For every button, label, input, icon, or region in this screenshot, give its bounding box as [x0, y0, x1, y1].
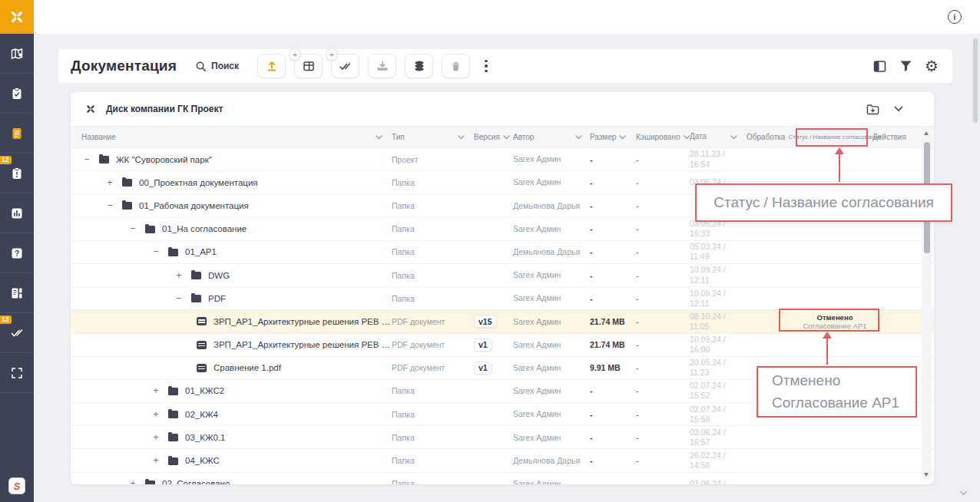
new-folder-icon[interactable]: [866, 103, 880, 116]
expand-toggle[interactable]: +: [127, 478, 138, 484]
filter-icon[interactable]: [899, 60, 912, 72]
table-scrollbar[interactable]: [922, 128, 932, 480]
expand-toggle[interactable]: +: [151, 385, 161, 396]
delete-button[interactable]: [442, 54, 470, 78]
author-cell: Sarex Админ: [513, 386, 590, 396]
column-label: Статус / Название согласования: [789, 134, 882, 140]
drive-row[interactable]: Диск компании ГК Проект: [71, 92, 934, 126]
item-name[interactable]: ЖК "Суворовский парк": [116, 155, 212, 164]
pdf-file-icon: [197, 317, 207, 325]
item-name[interactable]: 01_АР1: [185, 247, 217, 256]
expand-toggle[interactable]: +: [151, 432, 161, 443]
author-cell: Sarex Админ: [513, 224, 590, 234]
item-name[interactable]: PDF: [208, 294, 226, 303]
search-control[interactable]: Поиск: [195, 61, 239, 72]
version-badge[interactable]: v15: [474, 315, 497, 328]
collapse-toggle[interactable]: −: [174, 293, 184, 304]
expand-toggle[interactable]: +: [151, 455, 161, 466]
double-check-icon: [338, 59, 353, 74]
more-actions-button[interactable]: [482, 57, 491, 76]
item-name[interactable]: ЗРП_АР1_Архитектурные решения РЕВ 1.pdf: [214, 317, 392, 326]
folder-icon: [145, 481, 155, 484]
item-name[interactable]: DWG: [208, 271, 230, 280]
table-row[interactable]: ЗРП_АР1_Архитектурные решения РЕВ 1.pdfP…: [71, 310, 934, 333]
app-logo[interactable]: [0, 0, 34, 34]
version-badge[interactable]: v1: [474, 339, 492, 352]
sidebar-item-tasks[interactable]: [0, 74, 34, 114]
side-panel-icon[interactable]: [872, 59, 887, 74]
table-row[interactable]: −01_АР1ПапкаДемьянова Дарья--05.03.24 /1…: [71, 241, 934, 264]
folder-icon: [99, 156, 109, 163]
page-scroll-down-icon[interactable]: [959, 490, 968, 496]
drive-collapse-chevron-icon[interactable]: [894, 106, 903, 112]
sidebar-item-map[interactable]: [0, 34, 34, 74]
table-row[interactable]: −ЖК "Суворовский парк"ПроектSarex Админ-…: [71, 148, 934, 171]
cached-cell: -: [636, 386, 690, 395]
info-icon[interactable]: i: [948, 10, 962, 24]
collapse-toggle[interactable]: −: [151, 246, 161, 257]
table-icon: [302, 59, 316, 73]
sidebar-nav: 12 ?: [0, 34, 34, 502]
item-name[interactable]: Сравнение 1.pdf: [214, 363, 281, 372]
item-name[interactable]: 03_КЖ0.1: [185, 433, 226, 442]
cache-button[interactable]: [405, 54, 433, 78]
column-header-type[interactable]: Тип: [392, 133, 474, 141]
page-scrollbar-thumb[interactable]: [973, 38, 978, 123]
item-name[interactable]: 02_КЖ4: [185, 410, 218, 419]
scroll-up-icon[interactable]: [924, 131, 929, 135]
item-name[interactable]: 01_На согласование: [162, 224, 247, 233]
column-header-version[interactable]: Версия: [474, 133, 513, 141]
column-header-date[interactable]: Дата: [690, 132, 747, 142]
settings-gear-icon[interactable]: ⚙: [925, 58, 939, 74]
svg-text:?: ?: [15, 249, 19, 257]
item-name[interactable]: 01_Рабочая документация: [139, 201, 249, 210]
column-header-name[interactable]: Название: [71, 133, 392, 141]
tasks-icon: [9, 86, 25, 101]
approval-name: Согласование АР1: [797, 322, 872, 330]
collapse-toggle[interactable]: −: [127, 223, 138, 234]
scroll-down-icon[interactable]: [924, 473, 929, 477]
table-row[interactable]: +02_СогласованоПапкаSarex Админ03.06.24 …: [71, 473, 934, 484]
table-row[interactable]: +DWGПапкаSarex Админ--10.09.24 /12:11: [71, 264, 934, 287]
table-row[interactable]: −PDFПапкаSarex Админ--10.09.24 /12:11: [71, 287, 934, 310]
item-name[interactable]: 00_Проектная документация: [139, 178, 258, 187]
create-approval-button[interactable]: +: [331, 54, 359, 78]
pdf-file-icon: [197, 341, 207, 349]
time-text: 12:11: [690, 299, 747, 309]
collapse-toggle[interactable]: −: [81, 154, 92, 165]
folder-icon: [168, 434, 178, 441]
collapse-toggle[interactable]: −: [104, 200, 115, 211]
sidebar-item-analytics[interactable]: [0, 193, 34, 233]
create-table-button[interactable]: +: [294, 54, 323, 78]
item-name[interactable]: 01_КЖС2: [185, 386, 224, 395]
version-badge[interactable]: v1: [474, 362, 492, 375]
table-row[interactable]: +04_КЖСПапкаДемьянова Дарья--26.02.24 /1…: [71, 449, 934, 472]
sidebar-item-inspections[interactable]: 12: [0, 154, 34, 193]
column-label: Тип: [392, 133, 405, 141]
expand-toggle[interactable]: +: [104, 177, 115, 188]
item-name[interactable]: 04_КЖС: [185, 456, 220, 465]
download-button[interactable]: [368, 54, 396, 78]
author-cell: Sarex Админ: [513, 154, 590, 164]
upload-button[interactable]: [257, 54, 286, 78]
sidebar-item-documents[interactable]: [0, 114, 34, 154]
column-header-size[interactable]: Размер: [590, 133, 636, 141]
sidebar-item-forms[interactable]: [0, 273, 34, 313]
type-cell: Папка: [392, 386, 474, 395]
annotation-status-callout: Отменено Согласование АР1: [757, 366, 917, 418]
sidebar-item-expand[interactable]: [0, 353, 34, 393]
item-name[interactable]: 02_Согласовано: [162, 479, 230, 484]
column-header-cached[interactable]: Кэшировано: [636, 133, 690, 141]
item-name[interactable]: ЗРП_АР1_Архитектурные решения РЕВ 2.pdf: [214, 340, 392, 349]
table-row[interactable]: ЗРП_АР1_Архитектурные решения РЕВ 2.pdfP…: [71, 334, 934, 357]
expand-toggle[interactable]: +: [151, 409, 161, 420]
table-row[interactable]: +03_КЖ0.1ПапкаSarex Админ--03.06.24 /16:…: [71, 426, 934, 449]
expand-toggle[interactable]: +: [174, 270, 184, 281]
sidebar-item-approvals[interactable]: 13: [0, 313, 34, 353]
status-cell[interactable]: ОтмененоСогласование АР1: [797, 313, 872, 330]
date-cell: 08.10.24 /11:05: [690, 312, 747, 332]
folder-icon: [191, 295, 201, 302]
sidebar-item-help[interactable]: ?: [0, 233, 34, 273]
column-header-author[interactable]: Автор: [513, 133, 590, 142]
user-avatar[interactable]: S: [8, 477, 25, 494]
